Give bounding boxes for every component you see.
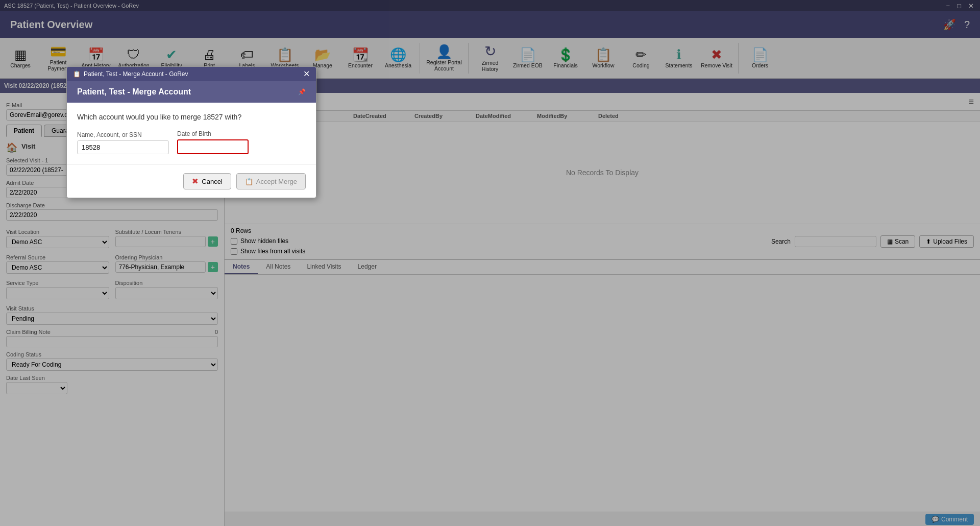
modal-pin-icon: 📌 (298, 88, 306, 95)
accept-label: Accept Merge (256, 178, 297, 185)
modal-overlay: 📋 Patient, Test - Merge Account - GoRev … (0, 0, 980, 526)
modal-close-button[interactable]: ✕ (303, 70, 310, 78)
dob-field-input[interactable] (177, 139, 249, 154)
name-field-label: Name, Account, or SSN (77, 131, 169, 138)
modal-body: Which account would you like to merge 18… (67, 103, 316, 164)
accept-merge-button[interactable]: 📋 Accept Merge (236, 173, 306, 189)
modal-footer: ✖ Cancel 📋 Accept Merge (67, 164, 316, 198)
modal-titlebar-icon: 📋 (73, 70, 81, 78)
name-field-input[interactable] (77, 140, 169, 154)
modal-question: Which account would you like to merge 18… (77, 113, 306, 121)
name-field: Name, Account, or SSN (77, 131, 169, 154)
accept-icon: 📋 (245, 178, 253, 185)
cancel-label: Cancel (202, 178, 222, 185)
modal-titlebar: 📋 Patient, Test - Merge Account - GoRev … (67, 67, 316, 81)
dob-field: Date of Birth (177, 130, 249, 154)
modal-titlebar-left: 📋 Patient, Test - Merge Account - GoRev (73, 70, 188, 78)
modal-titlebar-text: Patient, Test - Merge Account - GoRev (84, 70, 188, 78)
cancel-icon: ✖ (192, 177, 199, 186)
modal-header-title: Patient, Test - Merge Account (77, 87, 191, 97)
modal-fields: Name, Account, or SSN Date of Birth (77, 130, 306, 154)
merge-account-modal: 📋 Patient, Test - Merge Account - GoRev … (66, 66, 316, 198)
cancel-button[interactable]: ✖ Cancel (183, 173, 231, 189)
modal-header: Patient, Test - Merge Account 📌 (67, 81, 316, 103)
dob-field-label: Date of Birth (177, 130, 249, 137)
